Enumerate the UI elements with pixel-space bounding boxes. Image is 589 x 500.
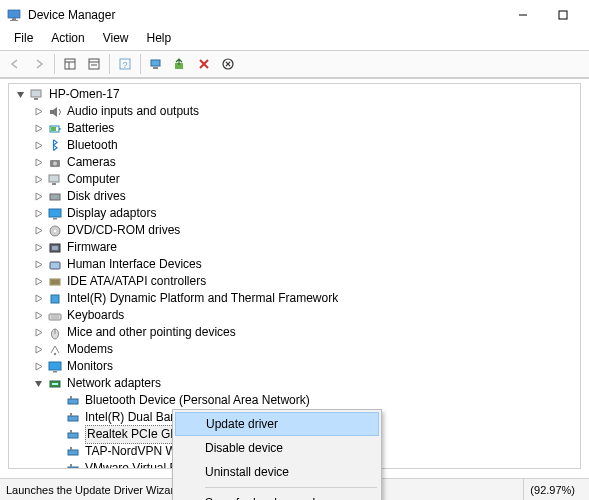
expand-icon[interactable]	[31, 224, 45, 238]
tree-item-label: Firmware	[67, 239, 117, 256]
tree-item-label: Mice and other pointing devices	[67, 324, 236, 341]
expand-icon[interactable]	[31, 122, 45, 136]
tree-item-network-adapters[interactable]: Network adapters	[13, 375, 576, 392]
collapse-icon[interactable]	[13, 88, 27, 102]
menu-help[interactable]: Help	[139, 30, 180, 50]
mouse-icon	[47, 325, 63, 341]
ctx-update-driver[interactable]: Update driver	[175, 412, 379, 436]
svg-rect-33	[52, 246, 58, 250]
scan-button[interactable]	[145, 53, 167, 75]
context-menu: Update driver Disable device Uninstall d…	[172, 409, 382, 500]
tree-item[interactable]: Disk drives	[13, 188, 576, 205]
menu-file[interactable]: File	[6, 30, 41, 50]
update-driver-button[interactable]	[169, 53, 191, 75]
tree-item[interactable]: Mice and other pointing devices	[13, 324, 576, 341]
expand-icon[interactable]	[31, 139, 45, 153]
tree-item-label: Bluetooth	[67, 137, 118, 154]
expand-icon[interactable]	[31, 190, 45, 204]
expand-icon[interactable]	[31, 105, 45, 119]
disp-icon	[47, 206, 63, 222]
expander-spacer	[49, 428, 63, 442]
collapse-icon[interactable]	[31, 377, 45, 391]
tree-item[interactable]: Batteries	[13, 120, 576, 137]
app-icon	[6, 7, 22, 23]
tree-item[interactable]: Audio inputs and outputs	[13, 103, 576, 120]
svg-rect-56	[70, 447, 72, 450]
tree-item-label: IDE ATA/ATAPI controllers	[67, 273, 206, 290]
pc-icon	[29, 87, 45, 103]
expand-icon[interactable]	[31, 343, 45, 357]
minimize-button[interactable]	[503, 1, 543, 29]
expander-spacer	[49, 445, 63, 459]
separator	[109, 54, 110, 74]
tree-item[interactable]: Computer	[13, 171, 576, 188]
bat-icon	[47, 121, 63, 137]
disk-icon	[47, 189, 63, 205]
disable-button[interactable]	[193, 53, 215, 75]
ctx-scan-hardware[interactable]: Scan for hardware changes	[175, 491, 379, 500]
expand-icon[interactable]	[31, 207, 45, 221]
status-percent: (92.97%)	[524, 479, 589, 500]
tree-item[interactable]: Monitors	[13, 358, 576, 375]
svg-point-23	[53, 161, 57, 165]
audio-icon	[47, 104, 63, 120]
ctx-disable-device[interactable]: Disable device	[175, 436, 379, 460]
tree-item-net-child[interactable]: Bluetooth Device (Personal Area Network)	[13, 392, 576, 409]
maximize-button[interactable]	[543, 1, 583, 29]
tree-item[interactable]: DVD/CD-ROM drives	[13, 222, 576, 239]
svg-text:?: ?	[122, 60, 127, 70]
pc-icon	[47, 172, 63, 188]
expand-icon[interactable]	[31, 241, 45, 255]
svg-rect-45	[49, 362, 61, 370]
netchild-icon	[65, 427, 81, 443]
help-button[interactable]: ?	[114, 53, 136, 75]
tree-item-label: Computer	[67, 171, 120, 188]
svg-rect-17	[31, 90, 41, 97]
tree-item-label: HP-Omen-17	[49, 86, 120, 103]
tree-item[interactable]: IDE ATA/ATAPI controllers	[13, 273, 576, 290]
ctx-uninstall-device[interactable]: Uninstall device	[175, 460, 379, 484]
svg-rect-39	[49, 314, 61, 320]
netchild-icon	[65, 444, 81, 460]
back-button[interactable]	[4, 53, 26, 75]
tree-item[interactable]: Human Interface Devices	[13, 256, 576, 273]
svg-rect-49	[68, 399, 78, 404]
svg-rect-29	[53, 218, 57, 220]
tree-item[interactable]: Modems	[13, 341, 576, 358]
expand-icon[interactable]	[31, 258, 45, 272]
show-hide-tree-button[interactable]	[59, 53, 81, 75]
uninstall-button[interactable]	[217, 53, 239, 75]
expand-icon[interactable]	[31, 309, 45, 323]
svg-rect-13	[151, 60, 160, 66]
svg-rect-2	[10, 20, 18, 21]
svg-rect-50	[70, 396, 72, 399]
properties-button[interactable]	[83, 53, 105, 75]
svg-point-31	[54, 229, 56, 231]
menu-view[interactable]: View	[95, 30, 137, 50]
expand-icon[interactable]	[31, 173, 45, 187]
tree-item[interactable]: Intel(R) Dynamic Platform and Thermal Fr…	[13, 290, 576, 307]
svg-rect-57	[68, 467, 78, 470]
expand-icon[interactable]	[31, 326, 45, 340]
tree-item[interactable]: Bluetooth	[13, 137, 576, 154]
svg-rect-20	[59, 128, 61, 130]
tree-item-label: Bluetooth Device (Personal Area Network)	[85, 392, 310, 409]
expand-icon[interactable]	[31, 156, 45, 170]
tree-item[interactable]: Firmware	[13, 239, 576, 256]
tree-item[interactable]: Display adaptors	[13, 205, 576, 222]
svg-rect-8	[89, 59, 99, 69]
tree-item[interactable]: Keyboards	[13, 307, 576, 324]
tree-item-label: DVD/CD-ROM drives	[67, 222, 180, 239]
tree-item[interactable]: Cameras	[13, 154, 576, 171]
forward-button[interactable]	[28, 53, 50, 75]
kb-icon	[47, 308, 63, 324]
expand-icon[interactable]	[31, 275, 45, 289]
svg-rect-28	[49, 209, 61, 217]
svg-rect-1	[12, 18, 16, 20]
tree-root[interactable]: HP-Omen-17	[13, 86, 576, 103]
expand-icon[interactable]	[31, 360, 45, 374]
svg-rect-4	[559, 11, 567, 19]
expander-spacer	[49, 462, 63, 470]
menu-action[interactable]: Action	[43, 30, 92, 50]
expand-icon[interactable]	[31, 292, 45, 306]
